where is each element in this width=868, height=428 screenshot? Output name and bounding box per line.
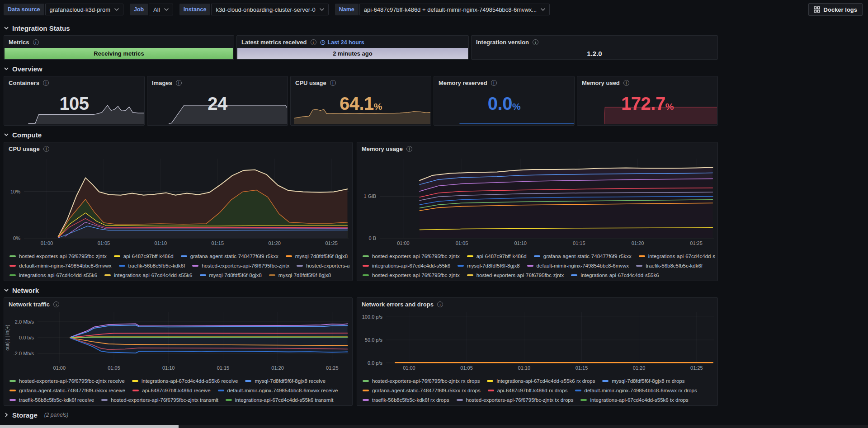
legend-item[interactable]: hosted-exporters-api-76f6795fbc-zjntx tx… bbox=[457, 397, 574, 403]
legend-item[interactable]: mysql-7d8fdf5f6f-8gjx8 bbox=[286, 254, 348, 259]
info-icon[interactable]: i bbox=[437, 301, 443, 307]
legend-item[interactable]: traefik-56b8c5fb5c-kdk6f bbox=[119, 263, 185, 268]
legend-item[interactable]: mysql-7d8fdf5f6f-8gjx8 rx drops bbox=[602, 378, 684, 384]
scrollbar-thumb[interactable] bbox=[0, 425, 179, 428]
legend-item[interactable]: integrations-api-67cd4c4dd-s55k6 bbox=[104, 273, 192, 278]
legend-item[interactable]: integrations-api-67cd4c4dd-s55k6 tx drop… bbox=[580, 397, 688, 403]
panel-title: Images bbox=[152, 80, 172, 86]
legend-label: grafana-agent-static-748477f6f9-r5kxx bbox=[543, 254, 632, 259]
legend-row: default-mimir-nginx-749854bbc8-6mvwxtrae… bbox=[9, 262, 349, 269]
legend-item[interactable]: traefik-56b8c5fb5c-kdk6f rx drops bbox=[363, 397, 449, 403]
legend-item[interactable]: hosted-exporters-api-76f6795fbc-zjntx bbox=[363, 254, 460, 259]
legend-item[interactable]: default-mimir-nginx-749854bbc8-6mvwx rx … bbox=[575, 388, 697, 393]
docker-logs-button[interactable]: Docker logs bbox=[808, 3, 863, 16]
legend-item[interactable]: mysql-7d8fdf5f6f-8gjx8 bbox=[200, 273, 262, 278]
legend-item[interactable]: integrations-api-67cd4c4dd-s55k6 receive bbox=[132, 378, 238, 384]
legend-item[interactable]: integrations-api-67cd4c4dd-s55k6 rx drop… bbox=[487, 378, 595, 384]
legend-label: mysql-7d8fdf5f6f-8gjx8 rx drops bbox=[612, 378, 684, 384]
stat-value: 0.0% bbox=[434, 94, 574, 113]
legend-item[interactable]: hosted-exporters-api-76f6795fbc-zjntx rx… bbox=[363, 378, 480, 384]
legend-label: grafana-agent-static-748477f6f9-r5kxx bbox=[190, 254, 278, 259]
cpu-usage-legend: hosted-exporters-api-76f6795fbc-zjntxapi… bbox=[9, 252, 349, 279]
legend-item[interactable]: grafana-agent-static-748477f6f9-r5kxx bbox=[534, 254, 632, 259]
info-icon[interactable]: i bbox=[623, 80, 629, 86]
legend-item[interactable]: default-mimir-nginx-749854bbc8-6mvwx rec… bbox=[218, 388, 338, 393]
svg-text:01:00: 01:00 bbox=[53, 365, 66, 371]
legend-label: hosted-exporters-api-76f6795fbc-zjntx bbox=[372, 273, 460, 278]
info-icon[interactable]: i bbox=[330, 80, 336, 86]
legend-item[interactable]: integrations-api-67cd4c4dd-s55k6 bbox=[571, 273, 659, 278]
legend-item[interactable]: integrations-api-67cd4c4dd-s55k6 bbox=[363, 263, 450, 268]
legend-item[interactable]: api-6487c97bff-k486d receive bbox=[132, 388, 210, 393]
legend-item[interactable]: hosted-exporters-api-76f6795fbc-zjntx bbox=[363, 273, 460, 278]
panel-integration-version: Integration version i 1.2.0 bbox=[471, 35, 718, 60]
legend-item[interactable]: hosted-exporters-api-76f6795fbc-zjntx bbox=[9, 254, 107, 259]
legend-item[interactable]: hosted-exporters-api-76f6795fbc-zjntx re… bbox=[9, 378, 125, 384]
filter-value-datasource[interactable]: grafanacloud-k3d-prom bbox=[45, 4, 123, 15]
legend-item[interactable]: api-6487c97bff-k486d bbox=[114, 254, 174, 259]
legend-item[interactable]: mysql-7d8fdf5f6f-8gjx8 bbox=[458, 263, 519, 268]
legend-item[interactable]: hosted-exporters-api-76f6795fbc-zjntx tr… bbox=[101, 397, 218, 403]
legend-swatch bbox=[269, 274, 275, 276]
legend-item[interactable]: mysql-7d8fdf5f6f-8gjx8 bbox=[269, 273, 331, 278]
legend-item[interactable]: default-mimir-nginx-749854bbc8-6mvwx bbox=[527, 263, 629, 268]
legend-label: hosted-exporters-api-76f6795fbc-zjntx bbox=[202, 263, 289, 268]
legend-item[interactable]: integrations-api-67cd4c4dd-s55k6 transmi… bbox=[226, 397, 333, 403]
section-storage[interactable]: Storage (2 panels) bbox=[4, 410, 868, 420]
svg-text:01:10: 01:10 bbox=[514, 240, 527, 246]
section-overview[interactable]: Overview bbox=[4, 64, 868, 74]
legend-label: traefik-56b8c5fb5c-kdk6f bbox=[646, 263, 703, 268]
legend-item[interactable]: grafana-agent-static-748477f6f9-r5kxx bbox=[181, 254, 278, 259]
legend-item[interactable]: hosted-exporters-api-76f6795fbc-zjntx bbox=[192, 263, 289, 268]
filter-value-name[interactable]: api-6487c97bff-k486d + default-mimir-ngi… bbox=[359, 4, 550, 15]
filter-value-job[interactable]: All bbox=[149, 4, 173, 15]
legend-label: integrations-api-67cd4c4dd-s55k6 tx drop… bbox=[590, 397, 688, 403]
chevron-down-icon bbox=[4, 25, 9, 31]
section-compute[interactable]: Compute bbox=[4, 130, 868, 140]
legend-label: integrations-api-67cd4c4dd-s55k6 rx drop… bbox=[496, 378, 595, 384]
integration-status-row: Metrics i Receiving metrics Latest metri… bbox=[4, 35, 718, 60]
section-network[interactable]: Network bbox=[4, 285, 868, 295]
legend-item[interactable]: traefik-56b8c5fb5c-kdk6f bbox=[636, 263, 703, 268]
info-icon[interactable]: i bbox=[491, 80, 497, 86]
info-icon[interactable]: i bbox=[53, 301, 59, 307]
legend-row: hosted-exporters-api-76f6795fbc-zjntxapi… bbox=[9, 252, 349, 260]
svg-text:0.0 b/s: 0.0 b/s bbox=[19, 335, 34, 340]
legend-item[interactable]: traefik-56b8c5fb5c-kdk6f receive bbox=[9, 397, 94, 403]
info-icon[interactable]: i bbox=[311, 39, 316, 45]
legend-item[interactable]: integrations-api-67cd4c4dd-s55k6 bbox=[639, 254, 715, 259]
legend-item[interactable]: hosted-exporters-api-76f6795fbc-zjntx bbox=[467, 273, 564, 278]
legend-label: default-mimir-nginx-749854bbc8-6mvwx bbox=[537, 263, 629, 268]
legend-label: mysql-7d8fdf5f6f-8gjx8 bbox=[209, 273, 262, 278]
legend-item[interactable]: integrations-api-67cd4c4dd-s55k6 bbox=[9, 273, 97, 278]
info-icon[interactable]: i bbox=[406, 146, 412, 152]
cpu-plot: 01:0001:0501:1001:1501:2001:250%10% bbox=[4, 154, 352, 248]
legend-row: hosted-exporters-api-76f6795fbc-zjntx re… bbox=[9, 377, 349, 385]
filter-job: JobAll bbox=[130, 4, 173, 15]
legend-label: grafana-agent-static-748477f6f9-r5kxx re… bbox=[19, 388, 125, 393]
time-range-link[interactable]: Last 24 hours bbox=[320, 39, 364, 46]
info-icon[interactable]: i bbox=[33, 39, 39, 45]
legend-label: default-mimir-nginx-749854bbc8-6mvwx rec… bbox=[227, 388, 338, 393]
info-icon[interactable]: i bbox=[176, 80, 182, 86]
panel-title: CPU usage bbox=[9, 146, 40, 152]
info-icon[interactable]: i bbox=[43, 146, 49, 152]
panel-network-traffic-chart: Network traffic i 01:0001:0501:1001:1501… bbox=[4, 297, 353, 406]
panel-memory-usage-chart: Memory usage i 01:0001:0501:1001:1501:20… bbox=[357, 142, 718, 281]
legend-item[interactable]: default-mimir-nginx-749854bbc8-6mvwx bbox=[9, 263, 112, 268]
stat-value: 105 bbox=[4, 94, 144, 113]
legend-label: integrations-api-67cd4c4dd-s55k6 transmi… bbox=[235, 397, 333, 403]
legend-item[interactable]: mysql-7d8fdf5f6f-8gjx8 receive bbox=[245, 378, 326, 384]
legend-item[interactable]: hosted-exporters-api-76f6795fbc-zjntx bbox=[297, 263, 349, 268]
section-integration-status[interactable]: Integration Status bbox=[4, 23, 868, 33]
legend-item[interactable]: grafana-agent-static-748477f6f9-r5kxx re… bbox=[9, 388, 125, 393]
legend-swatch bbox=[363, 274, 369, 276]
metrics-status-bar: Receiving metrics bbox=[5, 48, 233, 59]
legend-label: grafana-agent-static-748477f6f9-r5kxx rx… bbox=[372, 388, 481, 393]
info-icon[interactable]: i bbox=[43, 80, 49, 86]
legend-item[interactable]: api-6487c97bff-k486d rx drops bbox=[488, 388, 568, 393]
filter-value-instance[interactable]: k3d-cloud-onboarding-cluster-server-0 bbox=[211, 4, 328, 15]
info-icon[interactable]: i bbox=[533, 39, 538, 45]
legend-item[interactable]: grafana-agent-static-748477f6f9-r5kxx rx… bbox=[363, 388, 481, 393]
legend-item[interactable]: api-6487c97bff-k486d bbox=[467, 254, 527, 259]
